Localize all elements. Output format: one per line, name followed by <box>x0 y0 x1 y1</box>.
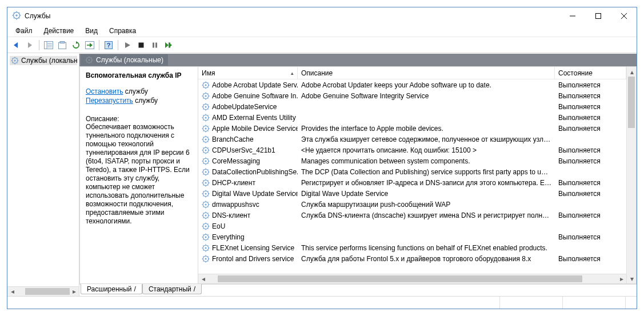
service-icon <box>202 103 210 111</box>
svg-text:?: ? <box>107 42 111 49</box>
service-state: Выполняется <box>555 92 626 100</box>
restart-service-link-row: Перезапустить службу <box>86 97 194 105</box>
service-row[interactable]: DHCP-клиентРегистрирует и обновляет IP-а… <box>198 177 626 188</box>
view-tabs: Расширенный/ Стандартный/ <box>79 284 637 296</box>
service-icon <box>202 233 210 241</box>
service-name-cell: Digital Wave Update Service <box>198 190 298 198</box>
service-icon <box>202 211 210 219</box>
stop-service-link-row: Остановить службу <box>86 87 194 95</box>
restart-service-button[interactable] <box>162 39 175 51</box>
pause-service-button[interactable] <box>149 39 161 51</box>
service-row[interactable]: Frontol and Drivers serviceСлужба для ра… <box>198 253 626 264</box>
service-name: DHCP-клиент <box>212 179 255 187</box>
service-row[interactable]: EverythingВыполняется <box>198 231 626 242</box>
svg-rect-21 <box>595 14 601 19</box>
service-name: Adobe Acrobat Update Serv... <box>212 81 298 89</box>
service-row[interactable]: CoreMessagingManages communication betwe… <box>198 155 626 166</box>
minimize-button[interactable] <box>559 7 585 25</box>
service-row[interactable]: EoU <box>198 221 626 231</box>
menubar: Файл Действие Вид Справка <box>7 25 637 37</box>
service-icon <box>202 201 210 209</box>
service-name: Adobe Genuine Software In... <box>212 92 298 100</box>
export-list-button[interactable] <box>83 39 96 51</box>
service-row[interactable]: Adobe Genuine Software In...Adobe Genuin… <box>198 90 626 101</box>
svg-marker-25 <box>28 42 32 48</box>
menu-file[interactable]: Файл <box>11 26 37 36</box>
service-description: Provides the interface to Apple mobile d… <box>298 125 555 133</box>
svg-rect-40 <box>139 42 144 47</box>
service-name: FLEXnet Licensing Service <box>212 244 294 252</box>
nav-forward-button[interactable] <box>23 39 36 51</box>
tab-standard[interactable]: Стандартный/ <box>142 284 202 294</box>
service-row[interactable]: CDPUserSvc_421b1<Не удается прочитать оп… <box>198 145 626 155</box>
service-row[interactable]: AMD External Events UtilityВыполняется <box>198 112 626 123</box>
services-window: Службы Файл Действие Вид Справка ? <box>7 7 637 309</box>
properties-button[interactable] <box>56 39 69 51</box>
service-description: The DCP (Data Collection and Publishing)… <box>298 168 555 176</box>
service-description: Регистрирует и обновляет IP-адреса и DNS… <box>298 179 555 187</box>
svg-rect-31 <box>59 42 66 49</box>
nav-back-button[interactable] <box>10 39 22 51</box>
service-name-cell: DHCP-клиент <box>198 179 298 187</box>
start-service-button[interactable] <box>121 39 134 51</box>
list-vertical-scrollbar[interactable]: ▴ ▾ <box>626 67 636 283</box>
stop-service-link[interactable]: Остановить <box>86 87 123 95</box>
tree-horizontal-scrollbar[interactable]: ◂ ▸ <box>7 286 79 296</box>
service-name-cell: CoreMessaging <box>198 157 298 165</box>
service-row[interactable]: DNS-клиентСлужба DNS-клиента (dnscache) … <box>198 210 626 221</box>
service-name: Everything <box>212 233 245 241</box>
help-button[interactable]: ? <box>102 39 115 51</box>
service-description: Служба для работы Frontol 5.x и драйверо… <box>298 255 555 263</box>
tree-item-services-local[interactable]: Службы (локальные) <box>10 56 77 65</box>
service-state: Выполняется <box>555 190 626 198</box>
service-state: Выполняется <box>555 125 626 133</box>
service-description: Adobe Acrobat Updater keeps your Adobe s… <box>298 81 555 89</box>
service-state: Выполняется <box>555 114 626 122</box>
service-name: dmwappushsvc <box>212 201 259 209</box>
menu-action[interactable]: Действие <box>39 26 79 36</box>
service-icon <box>202 222 210 230</box>
titlebar: Службы <box>7 7 637 25</box>
svg-marker-33 <box>76 41 78 44</box>
service-row[interactable]: Digital Wave Update ServiceDigital Wave … <box>198 188 626 199</box>
service-state: Выполняется <box>555 146 626 154</box>
svg-marker-39 <box>125 42 130 48</box>
service-name-cell: BranchCache <box>198 135 298 143</box>
service-row[interactable]: dmwappushsvcСлужба маршрутизации push-со… <box>198 199 626 210</box>
service-name-cell: EoU <box>198 222 298 230</box>
list-horizontal-scrollbar[interactable]: ◂ ▸ <box>198 274 626 283</box>
restart-service-link[interactable]: Перезапустить <box>86 97 133 105</box>
service-name-cell: Apple Mobile Device Service <box>198 125 298 133</box>
service-description: Manages communication between system com… <box>298 157 555 165</box>
service-row[interactable]: DataCollectionPublishingSe...The DCP (Da… <box>198 166 626 177</box>
tab-extended[interactable]: Расширенный/ <box>81 284 142 294</box>
service-name-cell: DataCollectionPublishingSe... <box>198 168 298 176</box>
service-row[interactable]: BranchCacheЭта служба кэширует сетевое с… <box>198 134 626 145</box>
service-row[interactable]: AdobeUpdateServiceВыполняется <box>198 101 626 112</box>
window-title: Службы <box>25 12 559 20</box>
column-description[interactable]: Описание <box>298 67 555 79</box>
stop-service-button[interactable] <box>135 39 147 51</box>
service-name-cell: dmwappushsvc <box>198 201 298 209</box>
refresh-button[interactable] <box>70 39 82 51</box>
column-state[interactable]: Состояние <box>555 67 626 79</box>
service-row[interactable]: FLEXnet Licensing ServiceThis service pe… <box>198 242 626 253</box>
service-name: Apple Mobile Device Service <box>212 125 298 133</box>
service-description: <Не удается прочитать описание. Код ошиб… <box>298 146 555 154</box>
toolbar: ? <box>7 37 637 53</box>
result-pane: Службы (локальные) Вспомогательная служб… <box>79 54 637 296</box>
menu-help[interactable]: Справка <box>105 26 141 36</box>
service-icon <box>202 135 210 143</box>
service-name: BranchCache <box>212 135 254 143</box>
column-name[interactable]: Имя ▴ <box>198 67 298 79</box>
service-row[interactable]: Adobe Acrobat Update Serv...Adobe Acroba… <box>198 79 626 90</box>
close-button[interactable] <box>611 7 637 25</box>
service-row[interactable]: Apple Mobile Device ServiceProvides the … <box>198 123 626 134</box>
service-name-cell: AMD External Events Utility <box>198 114 298 122</box>
maximize-button[interactable] <box>585 7 611 25</box>
service-description: This service performs licensing function… <box>298 244 555 252</box>
menu-view[interactable]: Вид <box>81 26 102 36</box>
service-name-cell: CDPUserSvc_421b1 <box>198 146 298 154</box>
show-hide-tree-button[interactable] <box>42 39 55 51</box>
service-description: Adobe Genuine Software Integrity Service <box>298 92 555 100</box>
